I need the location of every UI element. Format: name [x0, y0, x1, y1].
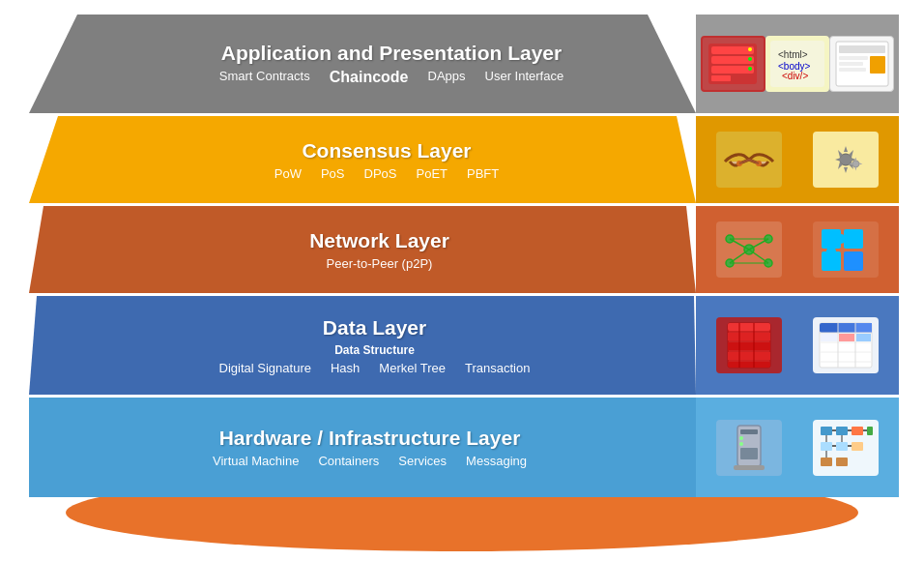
svg-rect-61	[740, 429, 758, 434]
svg-rect-49	[838, 323, 855, 333]
item-dpos: DPoS	[364, 166, 397, 181]
item-dapps: DApps	[428, 69, 466, 86]
svg-line-29	[730, 250, 749, 263]
svg-line-28	[749, 239, 768, 250]
svg-rect-43	[728, 352, 770, 360]
item-vm: Virtual Machine	[213, 454, 299, 468]
item-merkel: Merkel Tree	[379, 361, 446, 375]
svg-rect-2	[711, 56, 754, 64]
data-layer-icons	[696, 296, 899, 395]
data-icon-1	[716, 317, 782, 373]
svg-line-27	[730, 239, 749, 250]
item-user-interface: User Interface	[485, 69, 564, 86]
svg-rect-78	[821, 458, 832, 466]
svg-rect-13	[839, 45, 885, 53]
svg-rect-65	[734, 465, 765, 470]
svg-rect-58	[839, 334, 854, 341]
architecture-diagram: Application and Presentation Layer Smart…	[29, 15, 899, 500]
svg-rect-59	[856, 334, 871, 341]
data-layer-subtitle: Data Structure	[72, 343, 677, 357]
app-icon-3	[829, 36, 894, 92]
consensus-layer-row: Consensus Layer PoW PoS DPoS PoET PBFT	[29, 116, 899, 203]
svg-point-7	[748, 67, 752, 71]
svg-line-30	[749, 250, 768, 263]
item-digital-sig: Digital Signature	[219, 361, 311, 375]
data-layer-items: Digital Signature Hash Merkel Tree Trans…	[72, 361, 677, 375]
svg-rect-15	[839, 62, 863, 66]
main-container: Application and Presentation Layer Smart…	[0, 0, 924, 561]
svg-rect-34	[844, 229, 863, 249]
application-layer-icons: <html> <body> <div/>	[696, 15, 899, 113]
item-messaging: Messaging	[466, 454, 527, 468]
application-layer-title: Application and Presentation Layer	[106, 42, 677, 65]
application-layer-main: Application and Presentation Layer Smart…	[29, 15, 696, 113]
svg-rect-16	[839, 68, 866, 72]
svg-rect-40	[728, 323, 770, 331]
item-hash: Hash	[331, 361, 360, 375]
app-icon-2: <html> <body> <div/>	[765, 36, 830, 92]
item-p2p: Peer-to-Peer (p2P)	[327, 256, 433, 271]
svg-rect-41	[728, 333, 770, 340]
network-layer-title: Network Layer	[82, 229, 677, 252]
svg-text:<div/>: <div/>	[782, 71, 808, 81]
item-transaction: Transaction	[465, 361, 530, 375]
hardware-layer-items: Virtual Machine Containers Services Mess…	[63, 454, 677, 468]
consensus-layer-icons	[696, 116, 899, 203]
consensus-layer-title: Consensus Layer	[97, 139, 677, 162]
consensus-icon-1	[716, 132, 782, 188]
item-chaincode: Chaincode	[330, 69, 409, 86]
item-smart-contracts: Smart Contracts	[219, 69, 310, 86]
svg-rect-42	[728, 342, 770, 350]
svg-rect-64	[740, 448, 758, 459]
svg-rect-79	[836, 458, 848, 466]
network-layer-main: Network Layer Peer-to-Peer (p2P)	[29, 206, 696, 293]
network-icon-1	[716, 221, 782, 278]
network-layer-items: Peer-to-Peer (p2P)	[82, 256, 677, 271]
data-layer-title: Data Layer	[72, 316, 677, 340]
consensus-icon-2	[813, 132, 879, 188]
item-services: Services	[398, 454, 447, 468]
svg-rect-73	[821, 442, 832, 451]
network-layer-row: Network Layer Peer-to-Peer (p2P)	[29, 206, 899, 293]
svg-rect-50	[855, 323, 872, 333]
svg-rect-66	[821, 427, 832, 435]
hardware-layer-main: Hardware / Infrastructure Layer Virtual …	[29, 398, 696, 497]
svg-rect-68	[852, 427, 863, 435]
svg-point-5	[748, 47, 752, 51]
svg-rect-17	[870, 56, 885, 74]
consensus-layer-items: PoW PoS DPoS PoET PBFT	[97, 166, 677, 181]
hardware-layer-title: Hardware / Infrastructure Layer	[63, 427, 677, 450]
svg-rect-69	[867, 427, 873, 435]
application-layer-items: Smart Contracts Chaincode DApps User Int…	[106, 69, 677, 86]
data-icon-2	[813, 317, 879, 373]
hardware-icon-1	[716, 420, 782, 476]
svg-rect-14	[839, 56, 868, 60]
item-pow: PoW	[274, 166, 302, 181]
hardware-layer-icons	[696, 398, 899, 497]
svg-point-21	[852, 161, 859, 167]
data-layer-main: Data Layer Data Structure Digital Signat…	[29, 296, 696, 395]
item-containers: Containers	[318, 454, 379, 468]
svg-rect-44	[728, 362, 770, 368]
svg-rect-74	[836, 442, 848, 451]
item-poet: PoET	[416, 166, 448, 181]
svg-rect-4	[711, 75, 731, 81]
hardware-icon-2	[813, 420, 879, 476]
item-pos: PoS	[321, 166, 345, 181]
app-icon-1	[701, 36, 765, 92]
svg-point-62	[739, 436, 743, 440]
svg-point-6	[748, 57, 752, 61]
item-pbft: PBFT	[467, 166, 499, 181]
consensus-layer-main: Consensus Layer PoW PoS DPoS PoET PBFT	[29, 116, 696, 203]
svg-point-37	[836, 234, 846, 244]
svg-point-63	[739, 442, 743, 446]
hardware-layer-row: Hardware / Infrastructure Layer Virtual …	[29, 398, 899, 497]
network-icon-2	[813, 221, 879, 278]
network-layer-icons	[696, 206, 899, 293]
svg-rect-67	[836, 427, 848, 435]
application-layer-row: Application and Presentation Layer Smart…	[29, 15, 899, 113]
svg-rect-57	[821, 334, 837, 341]
svg-rect-75	[852, 442, 863, 451]
svg-rect-3	[711, 66, 754, 74]
data-layer-row: Data Layer Data Structure Digital Signat…	[29, 296, 899, 395]
